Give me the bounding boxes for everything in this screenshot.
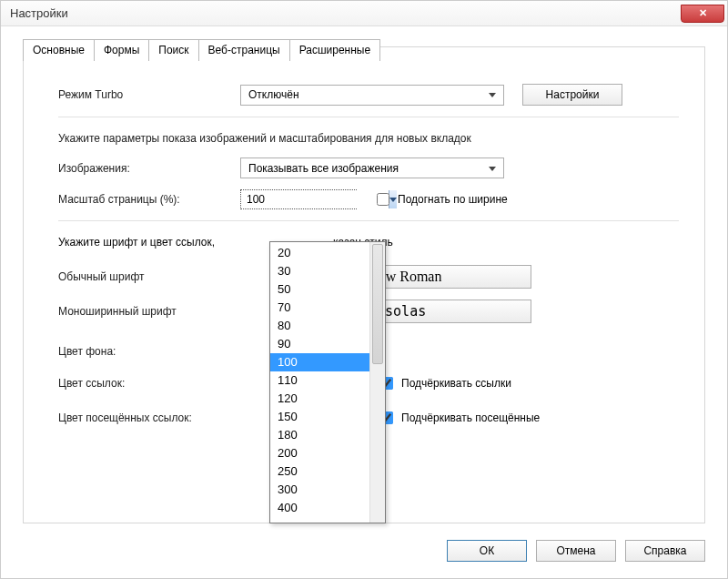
fonts-note: Укажите шрифт и цвет ссылок,	[58, 236, 215, 249]
zoom-option[interactable]: 70	[270, 299, 369, 317]
normal-font-label: Обычный шрифт	[58, 270, 240, 283]
zoom-option[interactable]: 80	[270, 317, 369, 335]
help-button[interactable]: Справка	[625, 540, 705, 562]
zoom-option[interactable]: 200	[270, 444, 369, 462]
turbo-settings-button[interactable]: Настройки	[522, 84, 622, 106]
chevron-down-icon	[485, 86, 500, 105]
zoom-options: 20 30 50 70 80 90 100 110 120 150 180 20…	[270, 242, 369, 523]
zoom-label: Масштаб страницы (%):	[58, 193, 240, 206]
zoom-combobox[interactable]	[240, 189, 357, 209]
images-select[interactable]: Показывать все изображения	[240, 157, 504, 178]
zoom-option[interactable]: 250	[270, 462, 369, 481]
images-label: Изображения:	[58, 162, 240, 175]
tab-search[interactable]: Поиск	[148, 39, 198, 61]
turbo-label: Режим Turbo	[58, 88, 240, 101]
cancel-button[interactable]: Отмена	[536, 540, 616, 562]
scrollbar[interactable]	[369, 242, 385, 523]
images-note: Укажите параметры показа изображений и м…	[58, 132, 679, 145]
close-button[interactable]: ✕	[681, 5, 724, 23]
turbo-value: Отключён	[248, 88, 299, 101]
tab-main[interactable]: Основные	[23, 39, 95, 61]
zoom-option[interactable]: 20	[270, 244, 369, 262]
zoom-dropdown-list[interactable]: 20 30 50 70 80 90 100 110 120 150 180 20…	[269, 241, 386, 523]
underline-visited-checkbox[interactable]: Подчёркивать посещённые	[377, 409, 540, 427]
bg-color-label: Цвет фона:	[58, 345, 240, 358]
zoom-option[interactable]: 150	[270, 408, 369, 426]
zoom-option[interactable]: 90	[270, 335, 369, 353]
turbo-select[interactable]: Отключён	[240, 85, 504, 106]
scrollbar-thumb[interactable]	[372, 244, 383, 364]
fit-width-label: Подогнать по ширине	[398, 193, 508, 206]
visited-color-label: Цвет посещённых ссылок:	[58, 411, 258, 424]
mono-font-label: Моноширинный шрифт	[58, 305, 240, 318]
tab-webpages[interactable]: Веб-страницы	[198, 39, 290, 61]
divider	[58, 117, 679, 117]
window-title: Настройки	[10, 6, 68, 20]
settings-window: Настройки ✕ Основные Формы Поиск Веб-стр…	[0, 0, 728, 579]
titlebar: Настройки ✕	[1, 1, 727, 26]
ok-button[interactable]: ОК	[447, 540, 527, 562]
underline-links-label: Подчёркивать ссылки	[401, 377, 511, 390]
zoom-option[interactable]: 120	[270, 390, 369, 408]
zoom-option-selected[interactable]: 100	[270, 353, 369, 371]
tab-strip: Основные Формы Поиск Веб-страницы Расшир…	[23, 39, 379, 61]
underline-links-checkbox[interactable]: Подчёркивать ссылки	[377, 374, 511, 392]
fit-width-input[interactable]	[377, 193, 389, 206]
chevron-down-icon	[485, 158, 500, 178]
images-value: Показывать все изображения	[248, 162, 399, 175]
dialog-buttons: ОК Отмена Справка	[447, 540, 705, 562]
links-color-label: Цвет ссылок:	[58, 377, 240, 390]
tab-advanced[interactable]: Расширенные	[289, 39, 381, 61]
tab-forms[interactable]: Формы	[94, 39, 149, 61]
divider	[58, 220, 679, 221]
zoom-option[interactable]: 400	[270, 499, 369, 517]
fit-width-checkbox[interactable]: Подогнать по ширине	[373, 190, 508, 208]
zoom-option[interactable]: 300	[270, 481, 369, 499]
zoom-input[interactable]	[241, 190, 389, 208]
close-icon: ✕	[699, 8, 707, 18]
zoom-option[interactable]: 30	[270, 262, 369, 280]
zoom-option[interactable]: 50	[270, 280, 369, 299]
underline-visited-label: Подчёркивать посещённые	[401, 411, 540, 424]
zoom-option[interactable]: 110	[270, 371, 369, 390]
zoom-option[interactable]: 180	[270, 426, 369, 444]
